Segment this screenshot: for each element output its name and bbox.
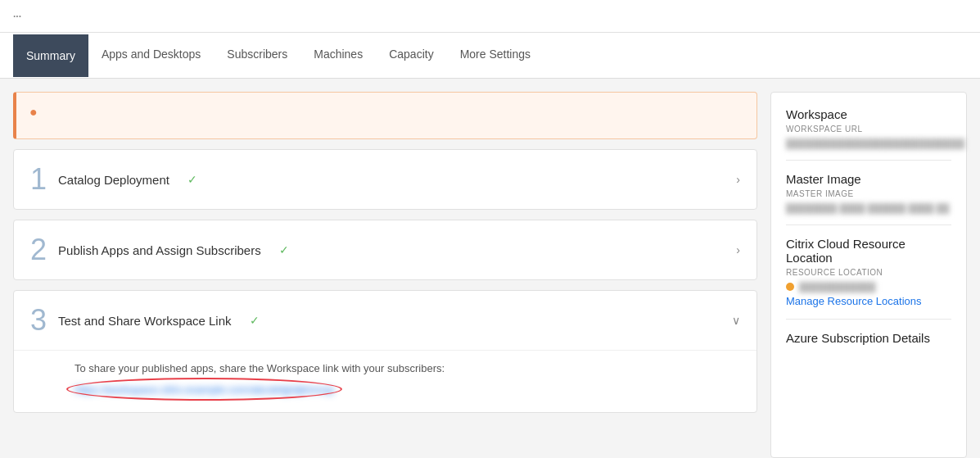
step-3-check: ✓ <box>250 314 260 327</box>
step-3-label: Test and Share Workspace Link <box>58 314 232 328</box>
main-layout: ● 1 Catalog Deployment ✓ › 2 P <box>0 79 980 458</box>
step-3-body-text: To share your published apps, share the … <box>75 362 740 374</box>
left-panel: ● 1 Catalog Deployment ✓ › 2 P <box>13 92 757 458</box>
step-2-number: 2 <box>30 235 47 265</box>
step-2-chevron: › <box>736 243 740 256</box>
resource-location-row: ████████████ <box>786 282 951 292</box>
top-bar: ··· <box>0 0 980 33</box>
tab-more-settings[interactable]: More Settings <box>447 33 544 78</box>
workspace-url-value: ████████████████████████████ <box>786 138 951 148</box>
workspace-title: Workspace <box>786 107 951 121</box>
tab-apps-desktops[interactable]: Apps and Desktops <box>88 33 214 78</box>
step-3-card: 3 Test and Share Workspace Link ✓ ∨ To s… <box>13 290 757 413</box>
resource-location-section: Citrix Cloud Resource Location RESOURCE … <box>786 237 951 320</box>
tab-capacity[interactable]: Capacity <box>376 33 446 78</box>
step-3-header[interactable]: 3 Test and Share Workspace Link ✓ ∨ <box>14 291 756 350</box>
step-1-number: 1 <box>30 165 47 194</box>
resource-location-label: RESOURCE LOCATION <box>786 268 951 277</box>
nav-tabs: Summary Apps and Desktops Subscribers Ma… <box>0 33 980 79</box>
step-2-card: 2 Publish Apps and Assign Subscribers ✓ … <box>13 220 757 280</box>
azure-title: Azure Subscription Details <box>786 331 951 345</box>
master-image-title: Master Image <box>786 172 951 186</box>
resource-location-value: ████████████ <box>799 282 876 292</box>
step-1-check: ✓ <box>187 173 197 186</box>
right-panel: Workspace WORKSPACE URL ████████████████… <box>770 92 967 458</box>
app-logo: ··· <box>13 11 21 22</box>
workspace-link-container: https://workspace.citrix.example.com/abc… <box>75 383 334 396</box>
master-image-value: ████████ ████ ██████ ████ ██ <box>786 203 951 213</box>
step-1-card: 1 Catalog Deployment ✓ › <box>13 149 757 210</box>
workspace-link[interactable]: https://workspace.citrix.example.com/abc… <box>75 383 334 396</box>
tab-subscribers[interactable]: Subscribers <box>214 33 300 78</box>
step-1-header[interactable]: 1 Catalog Deployment ✓ › <box>14 150 756 209</box>
step-2-check: ✓ <box>279 243 289 256</box>
workspace-url-label: WORKSPACE URL <box>786 125 951 134</box>
tab-summary[interactable]: Summary <box>13 34 88 77</box>
tab-machines[interactable]: Machines <box>300 33 376 78</box>
alert-icon: ● <box>29 105 38 120</box>
step-3-body: To share your published apps, share the … <box>14 350 756 412</box>
step-2-header[interactable]: 2 Publish Apps and Assign Subscribers ✓ … <box>14 220 756 279</box>
master-image-label: MASTER IMAGE <box>786 189 951 198</box>
step-3-number: 3 <box>30 306 47 335</box>
step-2-label: Publish Apps and Assign Subscribers <box>58 243 261 257</box>
master-image-section: Master Image MASTER IMAGE ████████ ████ … <box>786 172 951 225</box>
step-1-chevron: › <box>736 173 740 186</box>
manage-resource-locations-link[interactable]: Manage Resource Locations <box>786 295 951 307</box>
step-3-chevron: ∨ <box>732 314 740 327</box>
azure-section: Azure Subscription Details <box>786 331 951 348</box>
workspace-section: Workspace WORKSPACE URL ████████████████… <box>786 107 951 161</box>
resource-location-title: Citrix Cloud Resource Location <box>786 237 951 265</box>
resource-status-dot <box>786 283 794 291</box>
alert-box: ● <box>13 92 757 139</box>
step-1-label: Catalog Deployment <box>58 173 169 187</box>
